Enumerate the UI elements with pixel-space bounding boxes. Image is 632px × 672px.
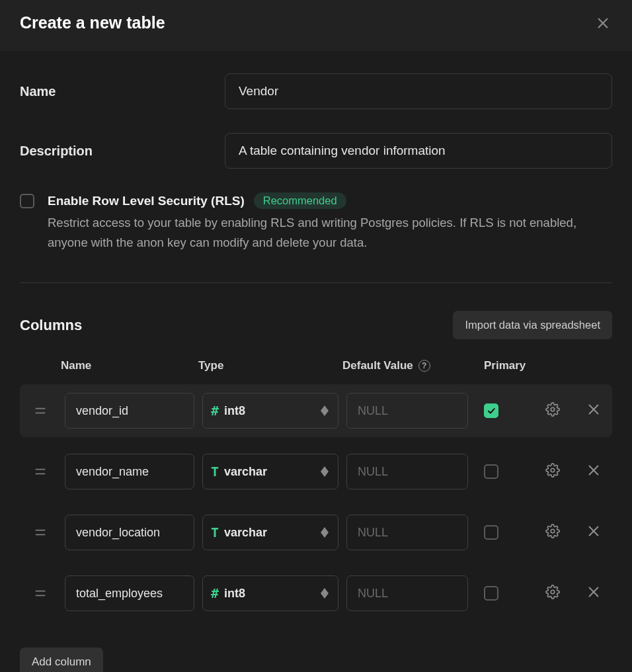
column-name-wrap bbox=[65, 393, 194, 429]
column-type-select[interactable]: T varchar bbox=[202, 515, 338, 550]
hash-icon: # bbox=[211, 585, 219, 601]
column-name-input[interactable] bbox=[65, 394, 194, 428]
default-value-wrap bbox=[346, 575, 468, 611]
text-icon: T bbox=[211, 464, 219, 480]
rls-text: Enable Row Level Security (RLS) Recommen… bbox=[48, 192, 612, 252]
rls-description: Restrict access to your table by enablin… bbox=[48, 213, 612, 252]
rls-title: Enable Row Level Security (RLS) bbox=[48, 194, 245, 208]
gear-icon bbox=[545, 463, 560, 480]
column-name-input[interactable] bbox=[65, 454, 194, 489]
rls-row: Enable Row Level Security (RLS) Recommen… bbox=[20, 192, 612, 283]
name-input[interactable] bbox=[225, 73, 612, 109]
default-value-input[interactable] bbox=[358, 587, 457, 601]
columns-section: Columns Import data via spreadsheet Name… bbox=[20, 311, 612, 672]
column-type-select[interactable]: T varchar bbox=[202, 454, 338, 489]
modal-header: Create a new table bbox=[0, 0, 632, 51]
column-settings-button[interactable] bbox=[542, 583, 563, 604]
svg-point-20 bbox=[551, 529, 555, 533]
default-value-wrap bbox=[346, 515, 468, 550]
column-name-wrap bbox=[65, 575, 194, 611]
svg-marker-5 bbox=[321, 411, 329, 416]
svg-marker-12 bbox=[321, 472, 329, 477]
column-row: T varchar bbox=[20, 506, 612, 559]
add-column-button[interactable]: Add column bbox=[20, 648, 103, 672]
column-type-label: int8 bbox=[224, 587, 314, 601]
column-type-label: varchar bbox=[224, 526, 314, 540]
drag-handle[interactable] bbox=[20, 526, 61, 539]
help-icon[interactable]: ? bbox=[418, 360, 430, 372]
close-icon bbox=[586, 463, 601, 480]
default-value-wrap bbox=[346, 393, 468, 429]
close-icon bbox=[586, 402, 601, 419]
select-arrows-icon bbox=[319, 527, 330, 538]
svg-marker-19 bbox=[321, 532, 329, 538]
svg-marker-4 bbox=[321, 405, 329, 411]
default-value-input[interactable] bbox=[358, 404, 457, 418]
drag-handle[interactable] bbox=[20, 465, 61, 478]
svg-point-6 bbox=[551, 407, 555, 411]
column-delete-button[interactable] bbox=[583, 583, 604, 604]
column-name-wrap bbox=[65, 454, 194, 489]
gear-icon bbox=[545, 524, 560, 541]
columns-title: Columns bbox=[20, 317, 82, 334]
primary-checkbox[interactable] bbox=[484, 525, 498, 540]
header-name: Name bbox=[61, 359, 198, 372]
column-row: # int8 bbox=[20, 384, 612, 437]
primary-checkbox[interactable] bbox=[484, 403, 498, 418]
svg-marker-11 bbox=[321, 466, 329, 472]
svg-marker-26 bbox=[321, 593, 329, 599]
header-primary: Primary bbox=[472, 359, 542, 372]
header-default-value: Default Value ? bbox=[342, 359, 472, 372]
close-button[interactable] bbox=[594, 14, 612, 32]
name-label: Name bbox=[20, 84, 225, 99]
description-row: Description bbox=[20, 133, 612, 169]
select-arrows-icon bbox=[319, 466, 330, 477]
column-type-label: int8 bbox=[224, 404, 314, 418]
drag-handle[interactable] bbox=[20, 587, 61, 600]
header-default-value-text: Default Value bbox=[342, 359, 413, 372]
column-name-wrap bbox=[65, 515, 194, 550]
select-arrows-icon bbox=[319, 405, 330, 416]
column-row: T varchar bbox=[20, 445, 612, 498]
svg-point-27 bbox=[551, 590, 555, 594]
default-value-input[interactable] bbox=[358, 465, 457, 479]
close-icon bbox=[586, 524, 601, 541]
hash-icon: # bbox=[211, 403, 219, 419]
name-row: Name bbox=[20, 73, 612, 109]
svg-marker-25 bbox=[321, 588, 329, 593]
column-settings-button[interactable] bbox=[542, 522, 563, 543]
primary-checkbox[interactable] bbox=[484, 586, 498, 601]
column-delete-button[interactable] bbox=[583, 400, 604, 421]
import-spreadsheet-button[interactable]: Import data via spreadsheet bbox=[453, 311, 612, 339]
modal-body: Name Description Enable Row Level Securi… bbox=[0, 51, 632, 672]
description-label: Description bbox=[20, 144, 225, 159]
recommended-badge: Recommended bbox=[254, 192, 346, 209]
column-row: # int8 bbox=[20, 567, 612, 620]
svg-marker-18 bbox=[321, 527, 329, 532]
column-settings-button[interactable] bbox=[542, 400, 563, 421]
column-delete-button[interactable] bbox=[583, 522, 604, 543]
drag-handle[interactable] bbox=[20, 404, 61, 417]
text-icon: T bbox=[211, 525, 219, 540]
column-headers: Name Type Default Value ? Primary bbox=[20, 359, 612, 372]
rls-checkbox[interactable] bbox=[20, 194, 34, 208]
select-arrows-icon bbox=[319, 588, 330, 599]
column-delete-button[interactable] bbox=[583, 461, 604, 482]
columns-list: # int8 bbox=[20, 384, 612, 620]
column-name-input[interactable] bbox=[65, 576, 194, 610]
close-icon bbox=[596, 16, 610, 30]
description-input[interactable] bbox=[225, 133, 612, 169]
default-value-wrap bbox=[346, 454, 468, 489]
column-name-input[interactable] bbox=[65, 515, 194, 550]
column-type-label: varchar bbox=[224, 465, 314, 479]
primary-checkbox[interactable] bbox=[484, 464, 498, 479]
column-type-select[interactable]: # int8 bbox=[202, 393, 338, 429]
default-value-input[interactable] bbox=[358, 526, 457, 540]
svg-point-13 bbox=[551, 468, 555, 472]
gear-icon bbox=[545, 402, 560, 419]
column-settings-button[interactable] bbox=[542, 461, 563, 482]
column-type-select[interactable]: # int8 bbox=[202, 575, 338, 611]
gear-icon bbox=[545, 585, 560, 602]
close-icon bbox=[586, 585, 601, 602]
header-type: Type bbox=[198, 359, 342, 372]
